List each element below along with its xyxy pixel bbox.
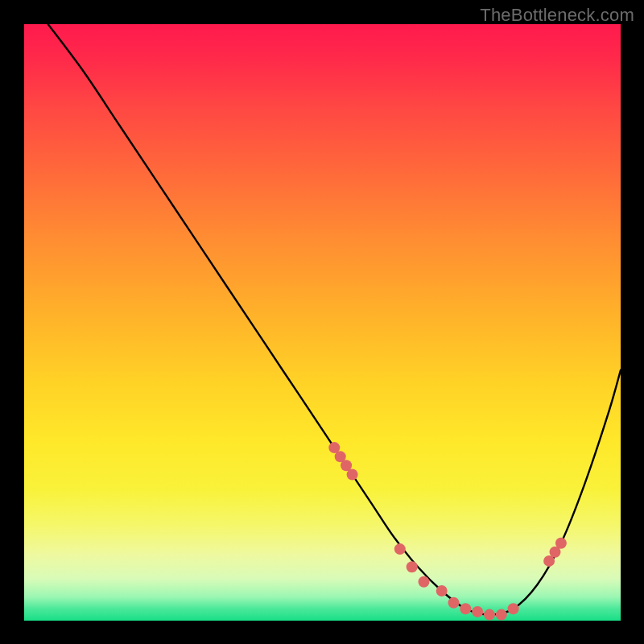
scatter-point bbox=[448, 597, 460, 609]
scatter-point bbox=[419, 576, 430, 588]
scatter-point bbox=[407, 561, 418, 572]
scatter-point bbox=[347, 469, 358, 481]
scatter-point bbox=[508, 603, 519, 614]
scatter-point bbox=[496, 609, 507, 621]
chart-svg bbox=[24, 24, 621, 621]
chart-plot-area bbox=[24, 24, 621, 621]
scatter-point bbox=[555, 538, 567, 549]
scatter-point bbox=[460, 603, 471, 614]
watermark-text: TheBottleneck.com bbox=[480, 5, 634, 26]
scatter-point bbox=[436, 585, 448, 597]
scatter-point bbox=[484, 609, 495, 621]
bottleneck-curve bbox=[48, 24, 621, 615]
scatter-point bbox=[394, 543, 406, 555]
scatter-point bbox=[472, 606, 483, 617]
